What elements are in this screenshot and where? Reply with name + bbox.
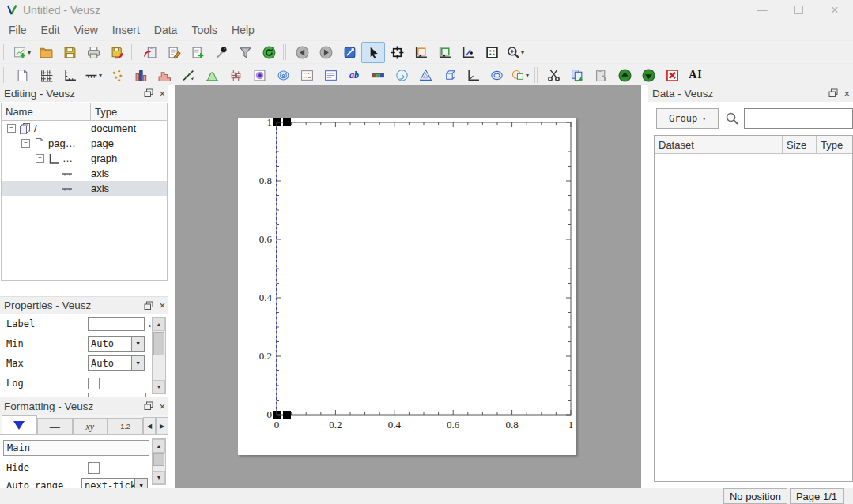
open-document-button[interactable] — [34, 42, 58, 63]
hide-checkbox[interactable] — [88, 462, 100, 474]
formatting-scrollbar[interactable]: ▲ ▼ — [152, 438, 166, 485]
float-panel-icon[interactable] — [144, 301, 153, 310]
plot-page[interactable]: 00.20.40.60.8100.20.40.60.81 — [238, 118, 576, 455]
menu-help[interactable]: Help — [225, 22, 262, 38]
dataset-search-input[interactable] — [744, 108, 853, 129]
add-image-button[interactable] — [247, 65, 271, 86]
expander-icon[interactable]: − — [36, 154, 44, 163]
plot-canvas[interactable]: 00.20.40.60.8100.20.40.60.81 — [175, 85, 641, 488]
column-type[interactable]: Type — [817, 136, 852, 153]
properties-scrollbar[interactable]: ▲ ▼ — [152, 317, 166, 394]
tree-row-axis-y[interactable]: axis — [2, 181, 167, 196]
export-graphics-button[interactable] — [105, 42, 129, 63]
copy-widget-button[interactable] — [565, 65, 589, 86]
edit-datasets-button[interactable] — [162, 42, 186, 63]
zoom-full-page-button[interactable] — [480, 42, 504, 63]
minimize-button[interactable]: — — [744, 0, 780, 20]
combo-arrow-icon[interactable]: ▼ — [131, 337, 144, 351]
menu-file[interactable]: File — [2, 22, 34, 38]
tree-row-document[interactable]: − / document — [2, 121, 167, 136]
float-panel-icon[interactable] — [144, 401, 153, 411]
add-grid-button[interactable] — [34, 65, 58, 86]
scrollbar-thumb[interactable] — [153, 332, 164, 355]
import-data-button[interactable] — [138, 42, 162, 63]
tree-row-graph[interactable]: − … graph — [2, 151, 167, 166]
scroll-down-icon[interactable]: ▼ — [153, 471, 165, 484]
tree-row-axis-x[interactable]: axis — [2, 166, 167, 181]
create-datasets-button[interactable] — [186, 42, 209, 63]
add-key-button[interactable] — [295, 65, 319, 86]
menu-data[interactable]: Data — [147, 22, 185, 38]
add-3d-graph-button[interactable] — [461, 65, 485, 86]
reload-linked-data-button[interactable] — [257, 42, 281, 63]
tab-line[interactable]: — — [37, 418, 73, 434]
min-combo[interactable]: Auto▼ — [88, 336, 145, 352]
scroll-down-icon[interactable]: ▼ — [153, 380, 165, 393]
add-graph-button[interactable] — [58, 65, 81, 86]
log-checkbox[interactable] — [88, 378, 100, 389]
select-items-scroll-button[interactable] — [338, 42, 361, 63]
add-xy-button[interactable] — [105, 65, 129, 86]
scroll-up-icon[interactable]: ▲ — [153, 318, 165, 331]
max-combo[interactable]: Auto▼ — [88, 355, 145, 371]
float-panel-icon[interactable] — [144, 88, 153, 98]
add-polar-button[interactable] — [390, 65, 413, 86]
tab-scroll-right-icon[interactable]: ▶ — [156, 417, 168, 434]
add-shape-button[interactable]: ▾ — [508, 65, 532, 86]
add-function-button[interactable] — [200, 65, 224, 86]
add-covariance-button[interactable] — [319, 65, 342, 86]
new-graph-document-button[interactable]: ▾ — [10, 42, 34, 63]
tab-scroll-left-icon[interactable]: ◀ — [143, 417, 156, 434]
scroll-up-icon[interactable]: ▲ — [153, 439, 165, 453]
delete-widget-button[interactable] — [660, 65, 684, 86]
move-up-widget-button[interactable] — [613, 65, 636, 86]
add-ternary-button[interactable] — [413, 65, 437, 86]
combo-arrow-icon[interactable]: ▼ — [131, 356, 144, 370]
column-name[interactable]: Name — [2, 103, 91, 120]
cut-widget-button[interactable] — [542, 65, 565, 86]
print-document-button[interactable] — [81, 42, 105, 63]
menu-insert[interactable]: Insert — [105, 22, 147, 38]
tab-axis-label[interactable]: xy — [73, 418, 108, 434]
add-3d-scene-button[interactable] — [437, 65, 461, 86]
add-page-button[interactable] — [10, 65, 34, 86]
column-dataset[interactable]: Dataset — [655, 136, 783, 153]
dock-splitter-right[interactable] — [641, 85, 648, 488]
tree-row-page[interactable]: − pag… page — [2, 136, 167, 151]
tab-tick-labels[interactable]: 1.2 — [108, 418, 143, 434]
read-data-points-button[interactable] — [385, 42, 409, 63]
add-fit-button[interactable] — [176, 65, 200, 86]
recenter-graph-button[interactable] — [456, 42, 480, 63]
paste-widget-button[interactable] — [589, 65, 613, 86]
zoom-out-of-graph-button[interactable] — [432, 42, 456, 63]
column-type[interactable]: Type — [91, 103, 167, 120]
expander-icon[interactable]: − — [7, 124, 16, 133]
toolbar-handle[interactable] — [534, 67, 538, 83]
maximize-button[interactable] — [780, 0, 817, 20]
add-label-button[interactable]: ab — [342, 65, 366, 86]
scrollbar-thumb[interactable] — [153, 453, 164, 466]
axis-handle-bottom-right[interactable] — [283, 411, 291, 419]
toolbar-handle[interactable] — [3, 44, 6, 60]
menu-edit[interactable]: Edit — [34, 22, 67, 38]
expander-icon[interactable]: − — [21, 139, 30, 148]
add-axis-button[interactable]: ▾ — [81, 65, 105, 86]
close-button[interactable]: × — [817, 0, 853, 20]
float-panel-icon[interactable] — [828, 88, 838, 98]
add-ellipse-button[interactable] — [485, 65, 508, 86]
dock-splitter-left[interactable] — [168, 85, 175, 488]
rename-widget-button[interactable]: AI — [684, 65, 708, 86]
toolbar-handle[interactable] — [131, 44, 134, 60]
capture-remote-data-button[interactable] — [209, 42, 233, 63]
close-panel-icon[interactable]: × — [159, 401, 165, 412]
move-down-widget-button[interactable] — [636, 65, 660, 86]
add-contour-button[interactable] — [271, 65, 295, 86]
column-size[interactable]: Size — [783, 136, 817, 153]
zoom-into-graph-button[interactable] — [409, 42, 432, 63]
close-panel-icon[interactable]: × — [159, 88, 165, 99]
toolbar-handle[interactable] — [283, 44, 286, 60]
move-next-page-button[interactable] — [314, 42, 338, 63]
menu-view[interactable]: View — [67, 22, 105, 38]
zoom-menu-button[interactable]: ▾ — [504, 42, 527, 63]
menu-tools[interactable]: Tools — [184, 22, 225, 38]
